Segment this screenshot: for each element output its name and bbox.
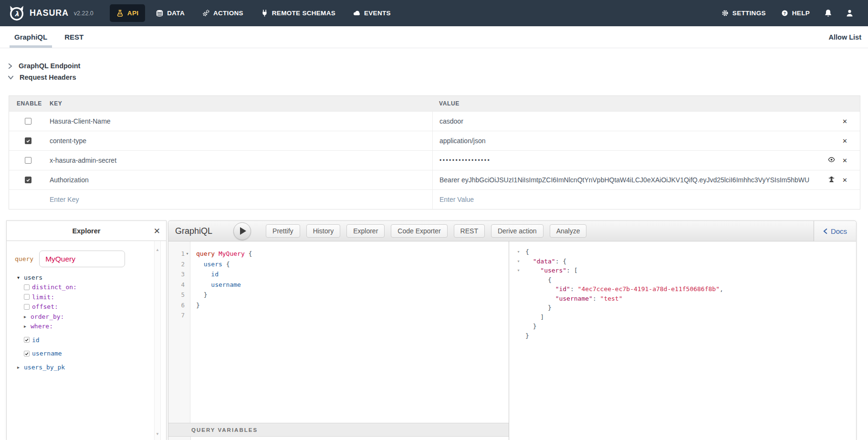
chevron-right-icon	[8, 63, 13, 69]
response-line: ]	[525, 313, 856, 322]
header-value[interactable]: casdoor	[439, 117, 463, 125]
history-button[interactable]: History	[306, 224, 341, 238]
svg-text:λ: λ	[14, 10, 19, 18]
bell-icon-button[interactable]	[818, 9, 838, 17]
field-label: id	[32, 336, 40, 344]
explorer-button[interactable]: Explorer	[346, 224, 385, 238]
code-exporter-button[interactable]: Code Exporter	[391, 224, 447, 238]
analyze-button[interactable]: Analyze	[550, 224, 587, 238]
tree-checkbox[interactable]	[24, 304, 30, 310]
table-header-row: ENABLE KEY VALUE	[9, 96, 860, 111]
query-keyword-label: query	[15, 255, 33, 262]
scroll-down-icon[interactable]: ▼	[156, 432, 159, 436]
editor-code[interactable]: query MyQuery { users { id username }}	[191, 241, 509, 423]
caret-down-icon[interactable]: ▾	[17, 275, 24, 280]
tree-item-offset[interactable]: offset:	[17, 302, 166, 312]
caret-right-icon[interactable]: ▸	[17, 365, 24, 370]
nav-item-remote-schemas[interactable]: REMOTE SCHEMAS	[254, 4, 342, 22]
query-variables-bar[interactable]: QUERY VARIABLES	[168, 423, 509, 437]
header-value[interactable]: Bearer eyJhbGciOiJSUzI1NiIsImtpZCI6ImNlc…	[439, 176, 809, 184]
tree-item-users-by-pk[interactable]: ▸users_by_pk	[17, 362, 166, 372]
scroll-up-icon[interactable]: ▲	[156, 248, 159, 252]
fold-caret-icon[interactable]: ▾	[185, 251, 190, 256]
nav-item-settings[interactable]: SETTINGS	[715, 4, 773, 22]
nav-item-events[interactable]: EVENTS	[346, 4, 397, 22]
query-name-input[interactable]: MyQuery	[39, 251, 125, 267]
nav-item-api[interactable]: API	[110, 4, 145, 22]
close-icon[interactable]: ✕	[842, 177, 847, 183]
response-code: { "data": { "users": [ { "id": "4ec7ccee…	[525, 247, 856, 340]
nav-item-label: DATA	[167, 10, 185, 17]
caret-right-icon[interactable]: ▸	[24, 324, 31, 329]
code-line: query MyQuery {	[196, 249, 509, 259]
enable-checkbox[interactable]	[25, 137, 31, 144]
tree-checkbox[interactable]	[24, 284, 30, 290]
tab-graphiql[interactable]: GraphiQL	[11, 26, 50, 48]
prettify-button[interactable]: Prettify	[266, 224, 300, 238]
query-editor[interactable]: 1▾234567 query MyQuery { users { id user…	[168, 241, 509, 423]
tree-item-users[interactable]: ▾users	[17, 272, 166, 283]
new-header-row: Enter Key Enter Value	[9, 189, 860, 209]
row-actions: ✕	[828, 170, 847, 189]
header-key[interactable]: content-type	[50, 137, 86, 145]
brand-name: HASURA	[30, 8, 69, 18]
header-value[interactable]: application/json	[439, 137, 486, 145]
code-line: username	[196, 280, 509, 290]
tree-item-id[interactable]: id	[17, 335, 166, 345]
tree-item-distinct-on[interactable]: distinct_on:	[17, 283, 166, 293]
header-value[interactable]: ••••••••••••••••	[439, 157, 491, 164]
enable-checkbox[interactable]	[25, 157, 31, 164]
nav-item-data[interactable]: DATA	[149, 4, 191, 22]
header-key[interactable]: Authorization	[50, 176, 89, 184]
response-line: {	[525, 247, 856, 257]
eye-icon[interactable]	[828, 156, 835, 165]
version-label: v2.22.0	[74, 10, 94, 17]
explorer-scrollbar[interactable]: ▲ ▼	[154, 241, 161, 440]
header-key[interactable]: x-hasura-admin-secret	[50, 157, 116, 164]
tab-rest[interactable]: REST	[62, 26, 86, 48]
tabs: GraphiQLREST	[0, 26, 86, 48]
user-icon-button[interactable]	[840, 9, 859, 17]
header-key[interactable]: Hasura-Client-Name	[50, 117, 111, 125]
fold-spacer	[515, 331, 522, 341]
response-line: }	[525, 303, 856, 313]
close-icon[interactable]: ✕	[842, 118, 847, 125]
tree-item-order-by[interactable]: ▸order_by:	[17, 312, 166, 322]
chevron-down-icon	[8, 75, 14, 80]
header-row-hasura-client-name: Hasura-Client-Namecasdoor✕	[9, 111, 860, 131]
fold-caret-icon[interactable]: ▾	[515, 247, 522, 257]
hasura-console: λ HASURA v2.22.0 APIDATAACTIONSREMOTE SC…	[0, 0, 868, 440]
help-circle-icon: ?	[781, 10, 788, 17]
derive-action-button[interactable]: Derive action	[491, 224, 544, 238]
caret-right-icon[interactable]: ▸	[24, 314, 31, 319]
new-key-input[interactable]: Enter Key	[50, 196, 79, 203]
new-value-input[interactable]: Enter Value	[439, 196, 474, 203]
nav-item-help[interactable]: ?HELP	[774, 4, 816, 22]
close-icon[interactable]: ✕	[842, 157, 847, 164]
allow-list-link[interactable]: Allow List	[829, 26, 861, 48]
rest-button[interactable]: REST	[454, 224, 485, 238]
tree-item-username[interactable]: username	[17, 349, 166, 359]
tree-item-limit[interactable]: limit:	[17, 292, 166, 302]
top-navbar: λ HASURA v2.22.0 APIDATAACTIONSREMOTE SC…	[0, 0, 868, 26]
nav-item-actions[interactable]: ACTIONS	[196, 4, 250, 22]
close-icon[interactable]: ✕	[154, 227, 160, 235]
fold-caret-icon[interactable]: ▾	[515, 266, 522, 275]
tree-item-where[interactable]: ▸where:	[17, 322, 166, 332]
close-icon[interactable]: ✕	[842, 138, 847, 144]
tree-checkbox[interactable]	[24, 351, 30, 356]
query-variables-editor[interactable]	[168, 437, 509, 440]
execute-query-button[interactable]	[233, 222, 251, 240]
brand[interactable]: λ HASURA v2.22.0	[0, 4, 94, 22]
fold-caret-icon[interactable]: ▾	[515, 257, 522, 266]
docs-button[interactable]: Docs	[814, 221, 856, 241]
jwt-inspect-icon[interactable]	[828, 176, 835, 184]
gear-icon	[722, 10, 729, 17]
response-line: }	[525, 331, 856, 341]
tree-checkbox[interactable]	[24, 294, 30, 300]
graphql-endpoint-toggle[interactable]: GraphQL Endpoint	[8, 61, 80, 71]
enable-checkbox[interactable]	[25, 118, 31, 125]
enable-checkbox[interactable]	[25, 177, 31, 183]
request-headers-toggle[interactable]: Request Headers	[8, 73, 76, 82]
tree-checkbox[interactable]	[24, 337, 30, 343]
